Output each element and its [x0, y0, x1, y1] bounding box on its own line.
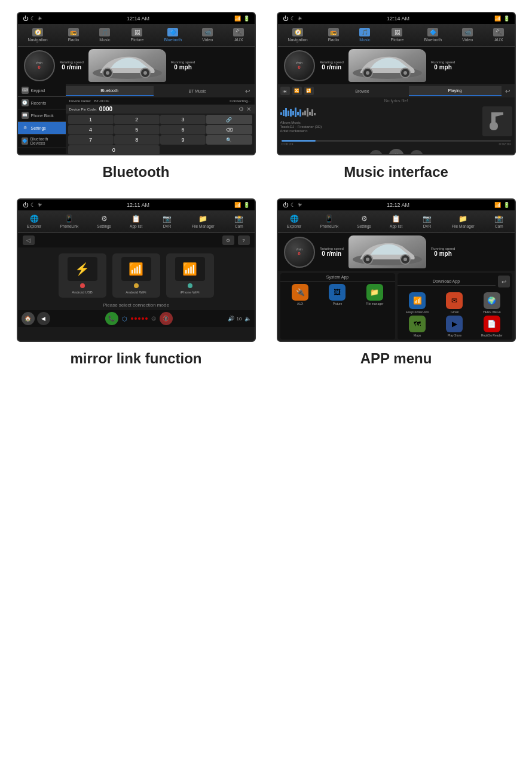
bt-key-clear[interactable]: ⌫ — [206, 125, 252, 134]
mirror-nav-cam[interactable]: 📸Cam — [233, 215, 245, 228]
appmenu-nav-phonelink[interactable]: 📱PhoneLink — [320, 215, 338, 228]
mirror-nav-phonelink[interactable]: 📱PhoneLink — [60, 215, 78, 228]
bt-run-info: Running speed 0 mph — [171, 60, 195, 71]
music-nav-video[interactable]: 📹Video — [462, 28, 473, 42]
bt-nav-bar: 🧭Navigation 📻Radio 🎵Music 🖼Picture 🔷Blue… — [18, 24, 255, 47]
mirror-nav-explorer[interactable]: 🌐Explorer — [27, 215, 41, 228]
appmenu-cell: ⏻ ☾ ✳ 12:12 AM 📶 🔋 🌐Explorer 📱PhoneLink … — [272, 198, 520, 367]
bt-key-6[interactable]: 6 — [160, 125, 206, 134]
mirror-back-nav-btn[interactable]: ◀ — [37, 312, 50, 325]
appmenu-nav-explorer[interactable]: 🌐Explorer — [287, 215, 301, 228]
music-nav-picture[interactable]: 🖼Picture — [391, 28, 404, 42]
music-main-panel: ⏮ 🔀 🔁 Browse Playing ↩ No lyrics file! — [278, 84, 515, 155]
app-repligo[interactable]: 📄 RepliGo Reader — [474, 316, 509, 337]
bt-key-3[interactable]: 3 — [160, 115, 206, 124]
svg-rect-16 — [295, 108, 296, 117]
music-nav-radio[interactable]: 📻Radio — [328, 28, 339, 42]
bt-key-2[interactable]: 2 — [114, 115, 160, 124]
music-nav-aux[interactable]: 🔌AUX — [493, 28, 504, 42]
bt-sidebar-keypad[interactable]: ⌨Keypad — [18, 84, 66, 97]
app-maps[interactable]: 🗺 Maps — [400, 316, 435, 337]
bt-key-0[interactable]: 0 — [68, 145, 160, 155]
appmenu-nav-filemanager[interactable]: 📁File Manager — [452, 215, 475, 228]
bluetooth-caption: Bluetooth — [103, 164, 170, 180]
music-prev-btn[interactable]: ⏮ — [369, 150, 383, 155]
music-back-btn[interactable]: ↩ — [502, 85, 513, 97]
appmenu-moon-icon: ☾ — [291, 202, 295, 208]
nav-bluetooth[interactable]: 🔷Bluetooth — [164, 28, 182, 42]
app-gmail[interactable]: ✉ Gmail — [437, 292, 472, 314]
svg-rect-18 — [299, 109, 301, 117]
mirror-call-btn[interactable]: 📞 — [105, 312, 118, 325]
download-apps-grid: 📶 EasyConnec-tion ✉ Gmail 🌍 HERE WeGo — [398, 290, 512, 339]
mirror-nav-applist[interactable]: 📋App list — [130, 215, 142, 228]
mirror-nav-dvr[interactable]: 📷DVR — [161, 215, 173, 228]
mirror-help-icon[interactable]: ? — [238, 235, 250, 245]
music-pause-btn[interactable]: ⏸ — [389, 149, 404, 155]
appmenu-nav-settings[interactable]: ⚙Settings — [357, 215, 371, 228]
bt-sidebar-settings[interactable]: ⚙Settings — [18, 122, 66, 134]
bt-key-7[interactable]: 7 — [68, 135, 114, 145]
nav-video[interactable]: 📹Video — [202, 28, 213, 42]
app-easyconnection[interactable]: 📶 EasyConnec-tion — [400, 292, 435, 314]
bt-sidebar-phonebook[interactable]: 📖Phone Book — [18, 109, 66, 122]
bt-key-link[interactable]: 🔗 — [206, 115, 252, 124]
mirror-nav-filemanager[interactable]: 📁File Manager — [192, 215, 215, 228]
bt-key-9[interactable]: 9 — [160, 135, 206, 145]
mirror-iphone-wifi-card[interactable]: 📶 iPhone WiFi — [166, 253, 214, 298]
svg-rect-25 — [482, 106, 512, 136]
mirror-android-usb-card[interactable]: ⚡ Android USB — [59, 253, 106, 298]
bt-pin-row: Device Pin Code: 0000 ⚙ ✕ — [66, 105, 255, 114]
music-next-btn[interactable]: ⏭ — [410, 150, 423, 155]
mirror-hangup-btn[interactable]: 📵 — [160, 312, 173, 325]
appmenu-wifi-icon: 📶 — [494, 202, 501, 208]
mirror-settings-icon[interactable]: ⚙ — [222, 235, 234, 245]
music-icon-prev[interactable]: ⏮ — [280, 87, 290, 95]
nav-picture[interactable]: 🖼Picture — [131, 28, 144, 42]
mirror-back-btn[interactable]: ◁ — [23, 235, 35, 245]
app-picture[interactable]: 🖼 Picture — [320, 284, 355, 305]
nav-aux[interactable]: 🔌AUX — [233, 28, 244, 42]
mirror-connection-cards: ⚡ Android USB 📶 Android WiFi — [18, 247, 255, 300]
appmenu-status-bar: ⏻ ☾ ✳ 12:12 AM 📶 🔋 — [278, 200, 515, 210]
music-nav-bluetooth[interactable]: 🔷Bluetooth — [424, 28, 442, 42]
bt-back-btn[interactable]: ↩ — [241, 85, 253, 97]
mirror-home-btn[interactable]: 🏠 — [22, 312, 35, 325]
music-icon-shuffle[interactable]: 🔀 — [292, 87, 302, 95]
appmenu-nav-dvr[interactable]: 📷DVR — [421, 215, 433, 228]
app-herewego[interactable]: 🌍 HERE WeGo — [474, 292, 509, 314]
app-playstore[interactable]: ▶ Play Store — [437, 316, 472, 337]
download-apps-back-btn[interactable]: ↩ — [498, 276, 510, 287]
nav-music[interactable]: 🎵Music — [99, 28, 110, 42]
appmenu-nav-applist[interactable]: 📋App list — [390, 215, 402, 228]
bt-tab-btmusic[interactable]: BT Music — [154, 87, 241, 96]
music-tab-browse[interactable]: Browse — [316, 87, 409, 96]
bt-sidebar-recents[interactable]: 🕐Recents — [18, 97, 66, 109]
appmenu-nav-cam[interactable]: 📸Cam — [493, 215, 505, 228]
bt-tab-bluetooth[interactable]: Bluetooth — [66, 86, 154, 96]
mirror-usb-label: Android USB — [72, 290, 93, 294]
bt-key-5[interactable]: 5 — [114, 125, 160, 134]
nav-radio[interactable]: 📻Radio — [68, 28, 79, 42]
bt-key-4[interactable]: 4 — [68, 125, 114, 134]
mirror-moon-icon: ☾ — [30, 202, 35, 208]
battery-icon: 🔋 — [243, 16, 250, 22]
svg-rect-24 — [314, 113, 316, 115]
svg-rect-15 — [292, 111, 294, 115]
nav-navigation[interactable]: 🧭Navigation — [28, 28, 48, 42]
bt-key-1[interactable]: 1 — [68, 115, 114, 124]
app-aux[interactable]: 🔌 AUX — [283, 284, 318, 305]
music-time: 12:14 AM — [387, 16, 409, 22]
app-filemanager[interactable]: 📁 File manager — [357, 284, 392, 305]
music-nav-navigation[interactable]: 🧭Navigation — [288, 28, 308, 42]
bt-key-search[interactable]: 🔍 — [206, 135, 252, 145]
bt-key-8[interactable]: 8 — [114, 135, 160, 145]
bt-sidebar-devices[interactable]: 🔷Bluetooth Devices — [18, 134, 66, 148]
music-icon-repeat[interactable]: 🔁 — [304, 87, 314, 95]
music-nav-music[interactable]: 🎵Music — [359, 28, 370, 42]
mirror-nav-settings[interactable]: ⚙Settings — [97, 215, 111, 228]
music-speedo-section: r/min 0 Rotating speed 0 r/min — [278, 47, 515, 84]
wifi-icon: 📶 — [234, 16, 241, 22]
mirror-android-wifi-card[interactable]: 📶 Android WiFi — [112, 253, 160, 298]
music-tab-playing[interactable]: Playing — [409, 86, 502, 96]
